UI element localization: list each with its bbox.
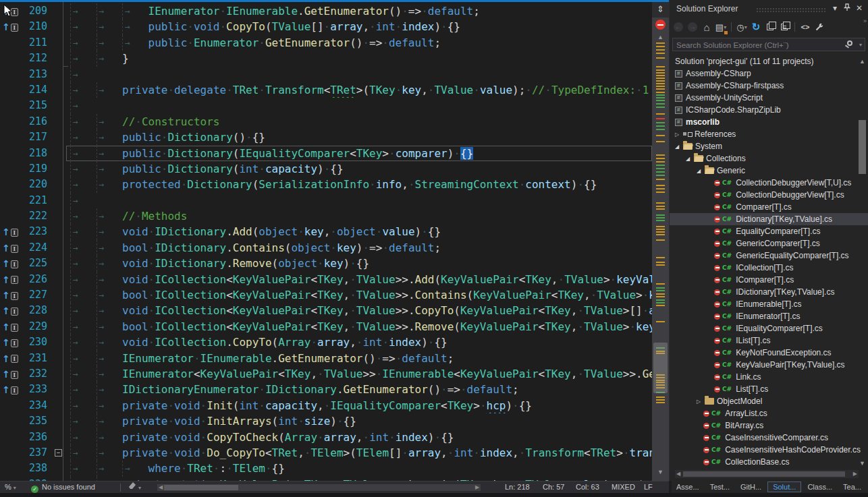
collapse-region-icon[interactable]: − bbox=[55, 449, 62, 457]
code-line-221[interactable]: 221→ bbox=[0, 193, 652, 208]
outline-margin[interactable] bbox=[51, 430, 66, 445]
scrollbar-thumb[interactable] bbox=[164, 485, 238, 490]
code-line-235[interactable]: 235→→private·void·InitArrays(int·size)·{… bbox=[0, 413, 652, 429]
code-text[interactable]: → bbox=[66, 67, 652, 82]
chevron-collapsed-icon[interactable]: ▷ bbox=[675, 131, 683, 138]
code-text[interactable]: →→private·void·Init(int·capacity,·IEqual… bbox=[66, 398, 652, 413]
pin-icon[interactable] bbox=[844, 3, 850, 13]
tool-tab-class[interactable]: Class... bbox=[803, 482, 837, 492]
tree-item-icollection-t-cs[interactable]: C#ICollection[T].cs bbox=[670, 262, 868, 274]
tree-item-dictionary-tkey-tvalue-cs[interactable]: C#Dictionary[TKey,TValue].cs bbox=[670, 213, 868, 225]
glyph-margin[interactable]: ↑I bbox=[0, 319, 20, 334]
glyph-margin[interactable] bbox=[0, 413, 20, 429]
outline-margin[interactable] bbox=[51, 208, 66, 224]
code-line-226[interactable]: ↑I226→→void·ICollection<KeyValuePair<TKe… bbox=[0, 272, 652, 287]
encoding-indicator[interactable]: MIXED bbox=[612, 481, 635, 494]
code-text[interactable]: →→→where·TRet·:·TElem·{} bbox=[66, 461, 652, 476]
code-line-219[interactable]: 219→→public·Dictionary(int·capacity)·{} bbox=[0, 161, 652, 177]
scroll-down-icon[interactable]: ▼ bbox=[652, 469, 669, 475]
tree-item-ienumerator-t-cs[interactable]: C#IEnumerator[T].cs bbox=[670, 310, 868, 322]
view-code-button[interactable]: <> bbox=[799, 20, 811, 34]
code-text[interactable]: →→public·Dictionary(IEqualityComparer<TK… bbox=[66, 146, 652, 161]
tree-item-collections[interactable]: ◢Collections bbox=[670, 152, 868, 165]
tree-item-bitarray-cs[interactable]: C#BitArray.cs bbox=[670, 419, 868, 432]
scroll-left-icon[interactable]: ◀ bbox=[676, 471, 680, 477]
scroll-right-icon[interactable]: ▶ bbox=[853, 471, 857, 477]
glyph-margin[interactable] bbox=[0, 67, 20, 82]
tree-item-collectiondebuggerview-t-u-cs[interactable]: C#CollectionDebuggerView[T,U].cs bbox=[670, 177, 868, 189]
tree-horizontal-scrollbar[interactable]: ◀ ▶ bbox=[675, 470, 859, 478]
tree-item-references[interactable]: ▷References bbox=[670, 128, 868, 140]
glyph-margin[interactable]: ↑I bbox=[0, 366, 20, 382]
outline-margin[interactable] bbox=[51, 287, 66, 303]
splitter-grip-icon[interactable]: ⇕ bbox=[652, 2, 669, 18]
code-editor[interactable]: ↑I209→→→IEnumerator·IEnumerable.GetEnume… bbox=[0, 0, 669, 481]
code-line-210[interactable]: ↑I210→→→public·void·CopyTo(TValue[]·arra… bbox=[0, 19, 652, 34]
tree-item-keyvaluepair-tkey-tvalue-cs[interactable]: C#KeyValuePair[TKey,TValue].cs bbox=[670, 359, 868, 371]
drag-handle[interactable] bbox=[756, 7, 827, 13]
outline-margin[interactable] bbox=[51, 382, 66, 397]
code-line-233[interactable]: ↑I233→→IDictionaryEnumerator·IDictionary… bbox=[0, 382, 652, 397]
tool-tab-gith[interactable]: GitH... bbox=[736, 482, 766, 492]
tree-item-link-cs[interactable]: C#Link.cs bbox=[670, 371, 868, 383]
tree-item-generic[interactable]: ◢Generic bbox=[670, 165, 868, 177]
glyph-margin[interactable]: ↑I bbox=[0, 303, 20, 318]
glyph-margin[interactable] bbox=[0, 98, 20, 113]
tree-item-assembly-csharp[interactable]: Assembly-CSharp bbox=[670, 67, 868, 80]
code-text[interactable]: →→public·Dictionary()·{} bbox=[66, 129, 652, 145]
glyph-margin[interactable] bbox=[0, 161, 20, 177]
code-text[interactable]: →→bool·ICollection<KeyValuePair<TKey,·TV… bbox=[66, 319, 652, 334]
tree-item-ilist-t-cs[interactable]: C#IList[T].cs bbox=[670, 334, 868, 347]
code-line-236[interactable]: 236→→private·void·CopyToCheck(Array·arra… bbox=[0, 430, 652, 445]
code-line-211[interactable]: 211→→→public·Enumerator·GetEnumerator()·… bbox=[0, 35, 652, 51]
document-health-indicator[interactable]: ✓No issues found bbox=[31, 481, 95, 494]
code-line-212[interactable]: 212→→} bbox=[0, 51, 652, 66]
code-line-217[interactable]: 217→→public·Dictionary()·{} bbox=[0, 129, 652, 145]
code-line-230[interactable]: ↑I230→→void·ICollection.CopyTo(Array·arr… bbox=[0, 334, 652, 350]
chevron-expanded-icon[interactable]: ◢ bbox=[697, 168, 705, 174]
outline-margin[interactable] bbox=[51, 319, 66, 334]
code-line-213[interactable]: 213→ bbox=[0, 67, 652, 82]
glyph-margin[interactable] bbox=[0, 146, 20, 161]
scroll-right-icon[interactable]: ▶ bbox=[474, 484, 481, 491]
glyph-margin[interactable] bbox=[0, 51, 20, 66]
outline-margin[interactable] bbox=[51, 35, 66, 51]
glyph-margin[interactable] bbox=[0, 398, 20, 413]
tree-item-ienumerable-t-cs[interactable]: C#IEnumerable[T].cs bbox=[670, 298, 868, 310]
code-text[interactable]: → bbox=[66, 193, 652, 208]
tool-tab-tea[interactable]: Tea... bbox=[838, 482, 866, 492]
tree-item-assembly-csharp-firstpass[interactable]: Assembly-CSharp-firstpass bbox=[670, 80, 868, 92]
glyph-margin[interactable] bbox=[0, 82, 20, 98]
implements-icon[interactable]: ↑I bbox=[2, 367, 18, 382]
implements-icon[interactable]: ↑I bbox=[2, 20, 18, 35]
code-text[interactable]: →→IEnumerator<KeyValuePair<TKey,·TValue>… bbox=[66, 366, 652, 382]
code-line-220[interactable]: 220→→protected·Dictionary(SerializationI… bbox=[0, 177, 652, 192]
implements-icon[interactable]: ↑I bbox=[2, 225, 18, 240]
outline-margin[interactable] bbox=[51, 224, 66, 239]
code-line-237[interactable]: 237−→→private·void·Do_CopyTo<TRet,·TElem… bbox=[0, 445, 652, 461]
panel-title-bar[interactable]: Solution Explorer ▾ ✕ bbox=[670, 0, 868, 18]
chevron-collapsed-icon[interactable]: ▷ bbox=[697, 399, 705, 405]
search-box[interactable]: ▾ bbox=[672, 38, 865, 51]
code-cleanup-button[interactable]: ▾ bbox=[128, 481, 141, 494]
glyph-margin[interactable] bbox=[0, 177, 20, 192]
code-text[interactable]: →→→public·Enumerator·GetEnumerator()·=>·… bbox=[66, 35, 652, 51]
glyph-margin[interactable] bbox=[0, 193, 20, 208]
outline-margin[interactable] bbox=[51, 161, 66, 177]
tool-tab-asse[interactable]: Asse... bbox=[672, 482, 704, 492]
code-line-224[interactable]: ↑I224→→bool·IDictionary.Contains(object·… bbox=[0, 240, 652, 256]
code-text[interactable]: →→private·void·Do_CopyTo<TRet,·TElem>(TE… bbox=[66, 445, 652, 461]
tree-item-caseinsensitivehashcodeprovider-cs[interactable]: C#CaseInsensitiveHashCodeProvider.cs bbox=[670, 444, 868, 456]
search-icon[interactable] bbox=[847, 40, 852, 46]
tree-item-arraylist-cs[interactable]: C#ArrayList.cs bbox=[670, 407, 868, 419]
code-text[interactable]: →→//·Constructors bbox=[66, 114, 652, 129]
outline-margin[interactable] bbox=[51, 413, 66, 429]
outline-margin[interactable] bbox=[51, 177, 66, 192]
forward-button[interactable]: → bbox=[686, 20, 699, 34]
code-text[interactable]: →→IDictionaryEnumerator·IDictionary.GetE… bbox=[66, 382, 652, 397]
outline-margin[interactable] bbox=[51, 334, 66, 350]
scroll-up-icon[interactable]: ▲ bbox=[652, 34, 669, 40]
code-text[interactable]: →→} bbox=[66, 51, 652, 66]
outline-margin[interactable] bbox=[51, 98, 66, 113]
preview-selected-button[interactable] bbox=[778, 20, 790, 34]
